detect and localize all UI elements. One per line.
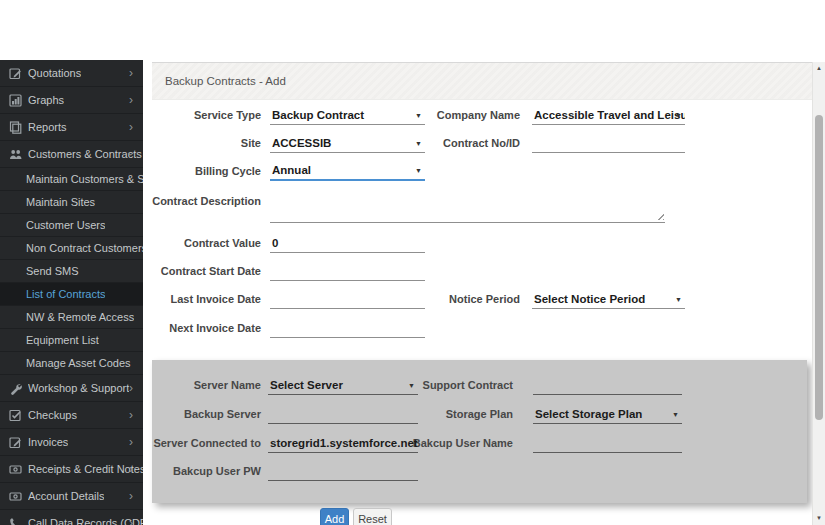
sidebar-item-manage-asset-codes[interactable]: Manage Asset Codes — [0, 352, 143, 375]
contract-description-label: Contract Description — [120, 194, 261, 208]
support-contract-input[interactable] — [533, 376, 682, 395]
dropdown-caret-icon: ▼ — [415, 162, 422, 180]
sidebar-item-label: Reports — [28, 121, 67, 133]
add-button[interactable]: Add — [320, 508, 349, 525]
chevron-right-icon: › — [129, 65, 133, 81]
banknote-icon — [9, 490, 23, 503]
notice-period-select[interactable]: Select Notice Period ▼ — [532, 290, 685, 309]
service-type-select[interactable]: Backup Contract ▼ — [270, 106, 425, 125]
storage-plan-select[interactable]: Select Storage Plan ▼ — [533, 405, 682, 424]
sidebar-item-customer-users[interactable]: Customer Users — [0, 214, 143, 237]
chevron-right-icon: › — [129, 488, 133, 504]
contract-no-input[interactable] — [532, 134, 685, 153]
phone-icon — [9, 517, 23, 525]
service-type-label: Service Type — [120, 108, 261, 122]
chevron-down-icon: › — [123, 152, 139, 156]
server-connected-to-label: Server Connected to — [120, 436, 261, 450]
sidebar-item-label: Equipment List — [26, 334, 99, 346]
contract-description-textarea[interactable] — [270, 186, 665, 223]
billing-cycle-select[interactable]: Annual ▼ — [270, 161, 425, 181]
dropdown-caret-icon: ▼ — [675, 107, 682, 125]
sidebar-item-label: Maintain Sites — [26, 196, 95, 208]
bakcup-user-name-input[interactable] — [533, 434, 682, 453]
dropdown-caret-icon: ▼ — [672, 406, 679, 424]
sidebar-item-label: Invoices — [28, 436, 68, 448]
bakcup-user-pw-input[interactable] — [268, 462, 418, 481]
reset-button[interactable]: Reset — [353, 508, 392, 525]
sidebar-item-label: Customer Users — [26, 219, 105, 231]
backup-server-input[interactable] — [268, 405, 418, 424]
next-invoice-date-label: Next Invoice Date — [120, 321, 261, 335]
dropdown-caret-icon: ▼ — [408, 377, 415, 395]
backup-server-label: Backup Server — [120, 407, 261, 421]
server-name-label: Server Name — [120, 378, 261, 392]
sidebar-item-label: Account Details — [28, 490, 104, 502]
dropdown-caret-icon: ▼ — [675, 291, 682, 309]
pencil-square-icon — [9, 67, 23, 80]
wrench-icon — [9, 382, 23, 395]
site-select[interactable]: ACCESSIB ▼ — [270, 134, 425, 153]
checkbox-icon — [9, 409, 23, 422]
contract-value-input[interactable]: 0 — [270, 234, 425, 253]
dropdown-caret-icon: ▼ — [415, 135, 422, 153]
scroll-down-icon[interactable]: ▼ — [813, 515, 825, 521]
site-label: Site — [120, 136, 261, 150]
sidebar-item-call-data-records[interactable]: Call Data Records (CDR s) › — [0, 510, 143, 525]
chevron-right-icon: › — [129, 92, 133, 108]
bakcup-user-pw-label: Bakcup User PW — [120, 464, 261, 478]
next-invoice-date-input[interactable] — [270, 319, 425, 338]
chevron-right-icon: › — [129, 515, 133, 525]
app-window: Quotations › Graphs › Reports › Customer… — [0, 0, 825, 525]
last-invoice-date-input[interactable] — [270, 290, 425, 309]
sidebar-item-label: Send SMS — [26, 265, 79, 277]
sidebar-item-label: List of Contracts — [26, 288, 105, 300]
sidebar-item-label: Quotations — [28, 67, 81, 79]
sidebar-item-label: Call Data Records (CDR s) — [28, 517, 143, 525]
billing-cycle-label: Billing Cycle — [120, 164, 261, 178]
contract-start-date-label: Contract Start Date — [120, 264, 261, 278]
banknote-icon — [9, 463, 23, 476]
sidebar-item-account-details[interactable]: Account Details › — [0, 483, 143, 510]
resize-handle-icon[interactable] — [655, 211, 664, 220]
sidebar-item-label: Workshop & Support — [28, 382, 129, 394]
bar-chart-icon — [9, 94, 23, 107]
panel-header: Backup Contracts - Add — [152, 62, 812, 100]
pencil-square-icon — [9, 436, 23, 449]
contract-start-date-input[interactable] — [270, 262, 425, 281]
sidebar-item-label: Manage Asset Codes — [26, 357, 131, 369]
server-name-select[interactable]: Select Server ▼ — [268, 376, 418, 395]
page-title: Backup Contracts - Add — [152, 63, 812, 99]
sidebar-item-label: NW & Remote Access — [26, 311, 134, 323]
vertical-scrollbar[interactable]: ▲ ▼ — [812, 62, 825, 525]
report-pages-icon — [9, 121, 23, 134]
last-invoice-date-label: Last Invoice Date — [120, 292, 261, 306]
sidebar-item-quotations[interactable]: Quotations › — [0, 60, 143, 87]
sidebar-item-label: Graphs — [28, 94, 64, 106]
contract-value-label: Contract Value — [120, 236, 261, 250]
dropdown-caret-icon: ▼ — [415, 107, 422, 125]
scrollbar-thumb[interactable] — [815, 115, 823, 420]
company-name-select[interactable]: Accessible Travel and Leisure ▼ — [532, 106, 685, 125]
sidebar-item-label: Checkups — [28, 409, 77, 421]
people-icon — [9, 148, 23, 161]
scroll-up-icon[interactable]: ▲ — [813, 65, 825, 71]
server-connected-to-input[interactable]: storegrid1.systemforce.net — [268, 434, 418, 453]
